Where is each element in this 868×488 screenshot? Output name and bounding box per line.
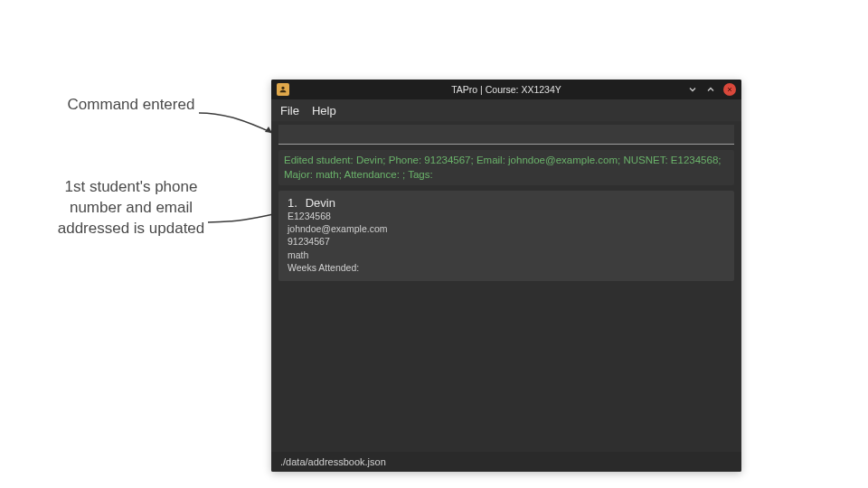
minimize-icon[interactable] <box>687 84 698 95</box>
student-major: math <box>288 249 725 261</box>
student-list[interactable]: 1. Devin E1234568 johndoe@example.com 91… <box>278 191 734 452</box>
student-index: 1. <box>288 196 302 210</box>
student-email: johndoe@example.com <box>288 222 725 235</box>
command-input[interactable] <box>278 125 734 145</box>
annotation-command: Command entered <box>63 95 199 116</box>
student-nusnet: E1234568 <box>288 210 725 222</box>
menu-file[interactable]: File <box>280 104 299 117</box>
annotation-update: 1st student's phone number and email add… <box>54 177 208 239</box>
status-path: ./data/addressbook.json <box>280 456 386 467</box>
maximize-icon[interactable] <box>705 84 716 95</box>
menu-help[interactable]: Help <box>312 104 336 117</box>
student-name: Devin <box>306 196 335 210</box>
student-card[interactable]: 1. Devin E1234568 johndoe@example.com 91… <box>278 191 734 281</box>
app-window: TAPro | Course: XX1234Y File Help Edited… <box>271 80 741 472</box>
result-display: Edited student: Devin; Phone: 91234567; … <box>278 150 734 185</box>
student-weeks: Weeks Attended: <box>288 261 725 274</box>
arrow-top <box>194 104 280 140</box>
titlebar[interactable]: TAPro | Course: XX1234Y <box>271 80 741 99</box>
student-phone: 91234567 <box>288 235 725 248</box>
close-button[interactable] <box>723 83 736 96</box>
app-icon <box>277 83 289 96</box>
statusbar: ./data/addressbook.json <box>271 452 741 472</box>
menubar: File Help <box>271 99 741 121</box>
window-title: TAPro | Course: XX1234Y <box>271 84 741 95</box>
